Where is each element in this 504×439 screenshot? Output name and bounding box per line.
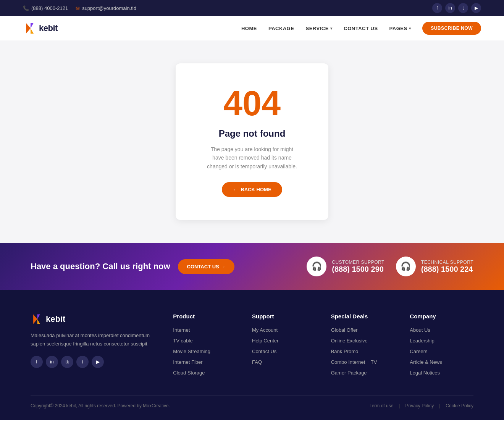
email-icon: ✉ xyxy=(76,5,80,11)
footer-youtube-icon[interactable]: ▶ xyxy=(92,356,104,368)
footer-legal-links: Term of use | Privacy Policy | Cookie Po… xyxy=(370,403,473,408)
company-careers[interactable]: Careers xyxy=(410,349,427,354)
footer-facebook-icon[interactable]: f xyxy=(31,356,43,368)
error-code: 404 xyxy=(206,86,298,121)
list-item: Gamer Package xyxy=(331,369,395,376)
nav-home[interactable]: HOME xyxy=(241,26,257,31)
cookie-policy-link[interactable]: Cookie Policy xyxy=(446,403,473,408)
list-item: Help Center xyxy=(252,337,316,344)
svg-marker-0 xyxy=(26,23,31,34)
logo-icon xyxy=(23,21,37,35)
product-tv-cable[interactable]: TV cable xyxy=(173,338,192,344)
footer-support-col: Support My Account Help Center Contact U… xyxy=(252,313,316,380)
svg-marker-1 xyxy=(31,23,34,28)
technical-support-info: TECHNICAL SUPPORT (888) 1500 224 xyxy=(421,260,473,274)
chevron-down-icon: ▾ xyxy=(409,26,411,31)
footer-twitter-icon[interactable]: t xyxy=(76,356,89,368)
customer-support-info: CUSTOMER SUPPORT (888) 1500 290 xyxy=(332,260,384,274)
phone-icon: 📞 xyxy=(23,5,29,11)
navbar: kebit HOME PACKAGE SERVICE ▾ CONTACT US … xyxy=(0,16,504,40)
support-contact-us[interactable]: Contact Us xyxy=(252,349,276,354)
product-cloud-storage[interactable]: Cloud Storage xyxy=(173,370,205,376)
footer-description: Malesuada pulvinar at montes imperdiet c… xyxy=(31,331,158,348)
footer-tiktok-icon[interactable]: tk xyxy=(61,356,73,368)
list-item: Global Offer xyxy=(331,326,395,333)
list-item: Internet xyxy=(173,326,237,333)
customer-support-label: CUSTOMER SUPPORT xyxy=(332,260,384,265)
facebook-icon[interactable]: f xyxy=(432,3,442,13)
list-item: Movie Streaming xyxy=(173,348,237,355)
deal-gamer-package[interactable]: Gamer Package xyxy=(331,370,367,376)
svg-marker-2 xyxy=(31,28,34,34)
nav-links: HOME PACKAGE SERVICE ▾ CONTACT US PAGES … xyxy=(241,22,481,35)
subscribe-button[interactable]: SUBSCRIBE NOW xyxy=(422,22,481,35)
deal-global-offer[interactable]: Global Offer xyxy=(331,327,358,333)
footer-brand: kebit Malesuada pulvinar at montes imper… xyxy=(31,313,158,380)
youtube-icon[interactable]: ▶ xyxy=(471,3,481,13)
support-links: My Account Help Center Contact Us FAQ xyxy=(252,326,316,365)
list-item: TV cable xyxy=(173,337,237,344)
nav-package[interactable]: PACKAGE xyxy=(268,26,294,31)
headphone-tech-icon: 🎧 xyxy=(396,257,416,276)
product-heading: Product xyxy=(173,313,237,320)
cta-contact-button[interactable]: CONTACT US → xyxy=(178,259,235,274)
email-info: ✉ support@yourdomain.tld xyxy=(76,5,136,11)
footer-product-col: Product Internet TV cable Movie Streamin… xyxy=(173,313,237,380)
deal-combo-internet[interactable]: Combo Internet + TV xyxy=(331,359,377,365)
instagram-icon[interactable]: in xyxy=(445,3,455,13)
footer-special-deals-col: Special Deals Global Offer Online Exclus… xyxy=(331,313,395,380)
topbar-phone: (888) 4000-2121 xyxy=(31,5,68,11)
deal-online-exclusive[interactable]: Online Exclusive xyxy=(331,338,368,344)
product-internet-fiber[interactable]: Internet Fiber xyxy=(173,359,202,365)
arrow-left-icon: ← xyxy=(233,187,237,192)
technical-support-phone: (888) 1500 224 xyxy=(421,265,473,274)
privacy-policy-link[interactable]: Privacy Policy xyxy=(405,403,434,408)
twitter-icon[interactable]: t xyxy=(458,3,468,13)
back-home-button[interactable]: ← BACK HOME xyxy=(222,182,282,197)
cta-left: Have a question? Call us right now CONTA… xyxy=(31,259,234,274)
footer-instagram-icon[interactable]: in xyxy=(46,356,58,368)
list-item: Combo Internet + TV xyxy=(331,358,395,365)
error-card: 404 Page not found The page you are look… xyxy=(176,63,328,220)
nav-contact-us[interactable]: CONTACT US xyxy=(344,26,378,31)
footer-bottom: Copyright© 2024 kebit, All rights reserv… xyxy=(31,395,473,408)
footer-company-col: Company About Us Leadership Careers Arti… xyxy=(410,313,473,380)
special-deals-links: Global Offer Online Exclusive Bank Promo… xyxy=(331,326,395,376)
product-internet[interactable]: Internet xyxy=(173,327,190,333)
company-leadership[interactable]: Leadership xyxy=(410,338,434,344)
support-faq[interactable]: FAQ xyxy=(252,359,262,365)
svg-marker-5 xyxy=(37,319,40,324)
company-heading: Company xyxy=(410,313,473,320)
list-item: About Us xyxy=(410,326,473,333)
customer-support-phone: (888) 1500 290 xyxy=(332,265,384,274)
term-of-use-link[interactable]: Term of use xyxy=(370,403,394,408)
phone-info: 📞 (888) 4000-2121 xyxy=(23,5,68,11)
support-heading: Support xyxy=(252,313,316,320)
nav-pages[interactable]: PAGES ▾ xyxy=(389,26,411,31)
list-item: Bank Promo xyxy=(331,348,395,355)
special-deals-heading: Special Deals xyxy=(331,313,395,320)
list-item: Cloud Storage xyxy=(173,369,237,376)
footer-logo-icon xyxy=(31,313,43,325)
support-help-center[interactable]: Help Center xyxy=(252,338,278,344)
support-my-account[interactable]: My Account xyxy=(252,327,278,333)
technical-support-label: TECHNICAL SUPPORT xyxy=(421,260,473,265)
error-description: The page you are looking for might have … xyxy=(206,145,298,171)
company-legal[interactable]: Legal Notices xyxy=(410,370,440,376)
company-article-news[interactable]: Article & News xyxy=(410,359,442,365)
nav-service[interactable]: SERVICE ▾ xyxy=(305,26,332,31)
topbar-left: 📞 (888) 4000-2121 ✉ support@yourdomain.t… xyxy=(23,5,136,11)
company-about[interactable]: About Us xyxy=(410,327,430,333)
headphone-icon: 🎧 xyxy=(307,257,326,276)
logo[interactable]: kebit xyxy=(23,21,58,35)
list-item: Internet Fiber xyxy=(173,358,237,365)
product-movie-streaming[interactable]: Movie Streaming xyxy=(173,349,210,354)
deal-bank-promo[interactable]: Bank Promo xyxy=(331,349,359,354)
company-links: About Us Leadership Careers Article & Ne… xyxy=(410,326,473,376)
divider: | xyxy=(399,403,400,408)
footer-social: f in tk t ▶ xyxy=(31,356,158,368)
footer-logo-text: kebit xyxy=(46,314,65,324)
customer-support-item: 🎧 CUSTOMER SUPPORT (888) 1500 290 xyxy=(307,257,384,276)
footer-top: kebit Malesuada pulvinar at montes imper… xyxy=(31,313,473,380)
svg-marker-3 xyxy=(33,315,37,324)
